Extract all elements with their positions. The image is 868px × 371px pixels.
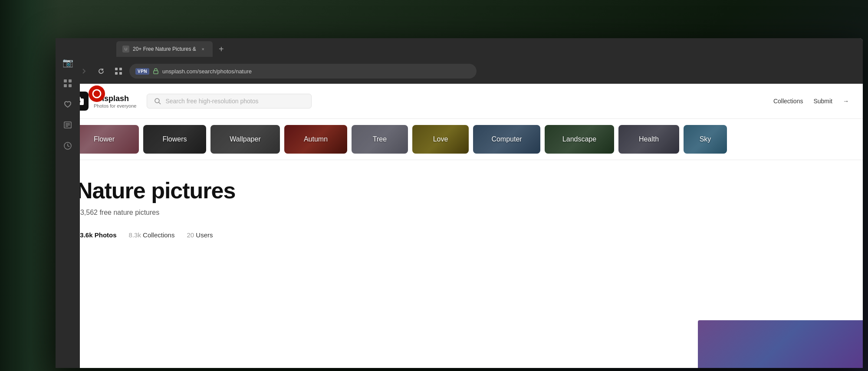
- active-tab[interactable]: U 20+ Free Nature Pictures & ×: [116, 41, 213, 57]
- tag-flowers[interactable]: Flowers: [143, 125, 206, 154]
- header-nav: Collections Submit →: [773, 98, 849, 105]
- sidebar-camera-icon[interactable]: 📷: [59, 54, 76, 71]
- bg-plant: [0, 0, 61, 371]
- sidebar-news-icon[interactable]: [59, 116, 76, 134]
- news-svg-icon: [63, 121, 72, 129]
- vpn-badge: VPN: [135, 68, 149, 75]
- tag-tree[interactable]: Tree: [352, 125, 408, 154]
- main-content-area: Nature pictures 33,562 free nature pictu…: [56, 160, 863, 259]
- tag-landscape[interactable]: Landscape: [545, 125, 614, 154]
- svg-rect-12: [115, 72, 118, 75]
- svg-rect-13: [119, 72, 122, 75]
- grid-svg-icon: [63, 79, 72, 88]
- svg-rect-3: [64, 84, 67, 87]
- opera-sidebar: 📷: [56, 38, 80, 368]
- opera-logo[interactable]: [87, 84, 107, 104]
- page-title: Nature pictures: [76, 177, 842, 204]
- unsplash-tagline: Photos for everyone: [94, 103, 136, 108]
- unsplash-header: Unsplash Photos for everyone Search free…: [56, 84, 863, 119]
- tag-sky[interactable]: Sky: [684, 125, 727, 154]
- address-bar[interactable]: VPN unsplash.com/search/photos/nature: [129, 64, 477, 79]
- lock-icon: [153, 68, 159, 74]
- svg-point-16: [155, 98, 159, 103]
- tab-favicon: U: [122, 46, 129, 53]
- tag-flowers-label: Flowers: [155, 135, 194, 143]
- tag-wallpaper[interactable]: Wallpaper: [210, 125, 280, 154]
- collections-label: Collections: [143, 231, 174, 239]
- svg-rect-4: [69, 84, 72, 87]
- tag-flower-label: Flower: [87, 135, 122, 143]
- heart-svg-icon: [63, 100, 72, 108]
- svg-rect-1: [64, 79, 67, 82]
- tag-wallpaper-label: Wallpaper: [223, 135, 267, 143]
- opera-o-icon: [92, 89, 102, 98]
- address-bar-row: VPN unsplash.com/search/photos/nature: [56, 60, 863, 82]
- users-count: 20: [187, 231, 194, 239]
- photo-strip-gradient: [698, 320, 863, 368]
- browser-window: U 20+ Free Nature Pictures & × +: [56, 38, 863, 368]
- tag-health[interactable]: Health: [618, 125, 679, 154]
- tag-health-label: Health: [632, 135, 666, 143]
- tag-computer-label: Computer: [484, 135, 529, 143]
- sidebar-clock-icon[interactable]: [59, 137, 76, 154]
- url-display: unsplash.com/search/photos/nature: [162, 68, 470, 75]
- browser-chrome: U 20+ Free Nature Pictures & × +: [56, 38, 863, 84]
- filter-tabs: 33.6k Photos 8.3k Collections 20 Users: [76, 229, 842, 242]
- svg-rect-14: [154, 71, 158, 74]
- search-magnifier-icon: [154, 98, 161, 105]
- reload-icon: [97, 67, 105, 75]
- svg-line-17: [159, 102, 161, 104]
- unsplash-search-bar[interactable]: Search free high-resolution photos: [147, 94, 312, 108]
- svg-rect-2: [69, 79, 72, 82]
- opera-logo-circle: [89, 85, 105, 102]
- tag-autumn-label: Autumn: [297, 135, 335, 143]
- tag-autumn[interactable]: Autumn: [284, 125, 347, 154]
- filter-users-tab[interactable]: 20 Users: [187, 229, 213, 242]
- svg-point-0: [93, 90, 101, 98]
- tag-sky-label: Sky: [693, 135, 718, 143]
- tab-title: 20+ Free Nature Pictures &: [133, 46, 196, 52]
- tag-landscape-label: Landscape: [556, 135, 603, 143]
- grid-view-button[interactable]: [112, 65, 125, 78]
- filter-photos-tab[interactable]: 33.6k Photos: [76, 229, 117, 242]
- tab-close-button[interactable]: ×: [200, 46, 207, 53]
- tab-bar: U 20+ Free Nature Pictures & × +: [56, 38, 863, 60]
- collections-count: 8.3k: [129, 231, 141, 239]
- svg-rect-10: [115, 68, 118, 70]
- page-content: Unsplash Photos for everyone Search free…: [56, 84, 863, 368]
- new-tab-button[interactable]: +: [214, 42, 228, 56]
- tags-row: Flower Flowers Wallpaper Autumn Tree: [56, 119, 863, 160]
- bottom-photo-strip: [698, 320, 863, 368]
- tag-tree-label: Tree: [366, 135, 394, 143]
- tag-flower[interactable]: Flower: [69, 125, 139, 154]
- users-label: Users: [196, 231, 213, 239]
- tag-computer[interactable]: Computer: [473, 125, 540, 154]
- sidebar-heart-icon[interactable]: [59, 95, 76, 113]
- nav-collections[interactable]: Collections: [773, 98, 803, 105]
- reload-button[interactable]: [95, 65, 108, 78]
- sidebar-grid-icon[interactable]: [59, 75, 76, 92]
- tag-love-label: Love: [426, 135, 455, 143]
- search-placeholder-text: Search free high-resolution photos: [165, 98, 258, 105]
- tag-love[interactable]: Love: [412, 125, 469, 154]
- nav-login[interactable]: →: [843, 98, 849, 105]
- photo-count: 33,562 free nature pictures: [76, 209, 842, 217]
- nav-submit[interactable]: Submit: [813, 98, 832, 105]
- filter-collections-tab[interactable]: 8.3k Collections: [129, 229, 175, 242]
- grid-view-icon: [115, 67, 122, 75]
- svg-rect-11: [119, 68, 122, 70]
- clock-svg-icon: [63, 141, 72, 150]
- photos-label: Photos: [95, 231, 117, 239]
- forward-arrow-icon: [80, 67, 88, 75]
